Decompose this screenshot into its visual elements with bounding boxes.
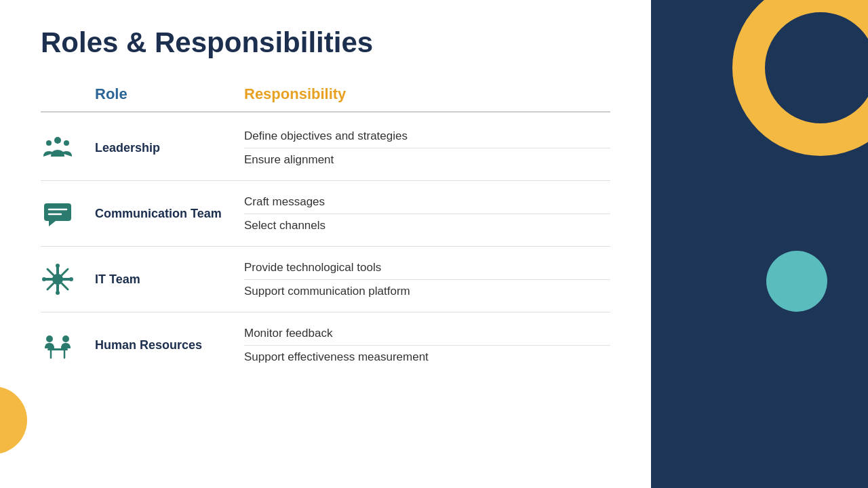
table-row: Human Resources Monitor feedback Support… (41, 312, 610, 378)
role-label-it-team: IT Team (95, 272, 244, 287)
responsibility-column-header: Responsibility (244, 85, 610, 103)
main-content: Roles & Responsibilities Role Responsibi… (0, 0, 651, 488)
table-row: IT Team Provide technological tools Supp… (41, 247, 610, 312)
sidebar (651, 0, 868, 488)
svg-point-23 (46, 336, 53, 342)
responsibilities-comm-team: Craft messages Select channels (244, 190, 610, 237)
responsibility-item: Ensure alignment (244, 148, 610, 171)
svg-point-17 (56, 291, 60, 295)
table-row: Leadership Define objectives and strateg… (41, 115, 610, 181)
svg-line-14 (62, 269, 68, 275)
svg-point-19 (69, 277, 73, 281)
responsibility-item: Craft messages (244, 190, 610, 214)
responsibility-item: Monitor feedback (244, 322, 610, 346)
icon-col-header (41, 85, 95, 103)
page-title: Roles & Responsibilities (41, 27, 610, 58)
it-team-icon (41, 262, 95, 296)
responsibility-item: Support communication platform (244, 280, 610, 303)
responsibility-item: Select channels (244, 214, 610, 237)
yellow-half-circle (0, 386, 27, 454)
responsibilities-hr: Monitor feedback Support effectiveness m… (244, 322, 610, 368)
role-column-header: Role (95, 85, 244, 103)
svg-point-2 (64, 140, 69, 146)
svg-point-16 (56, 264, 60, 268)
table-row: Communication Team Craft messages Select… (41, 181, 610, 247)
svg-point-18 (42, 277, 46, 281)
teal-circle (766, 251, 827, 312)
yellow-ring (732, 0, 868, 156)
table-header: Role Responsibility (41, 85, 610, 113)
responsibility-item: Provide technological tools (244, 256, 610, 280)
communication-icon (41, 197, 95, 230)
svg-point-1 (46, 140, 52, 146)
svg-line-12 (47, 269, 54, 275)
svg-line-13 (62, 283, 68, 289)
responsibilities-leadership: Define objectives and strategies Ensure … (244, 125, 610, 171)
role-label-hr: Human Resources (95, 338, 244, 352)
responsibility-item: Support effectiveness measurement (244, 346, 610, 369)
role-label-leadership: Leadership (95, 141, 244, 155)
responsibility-item: Define objectives and strategies (244, 125, 610, 148)
responsibilities-it-team: Provide technological tools Support comm… (244, 256, 610, 302)
svg-point-24 (62, 336, 69, 342)
hr-icon (41, 328, 95, 362)
svg-rect-3 (44, 203, 71, 221)
svg-marker-6 (49, 221, 56, 226)
leadership-icon (41, 131, 95, 165)
svg-point-0 (54, 137, 61, 144)
svg-line-15 (47, 283, 54, 289)
role-label-comm-team: Communication Team (95, 207, 244, 221)
